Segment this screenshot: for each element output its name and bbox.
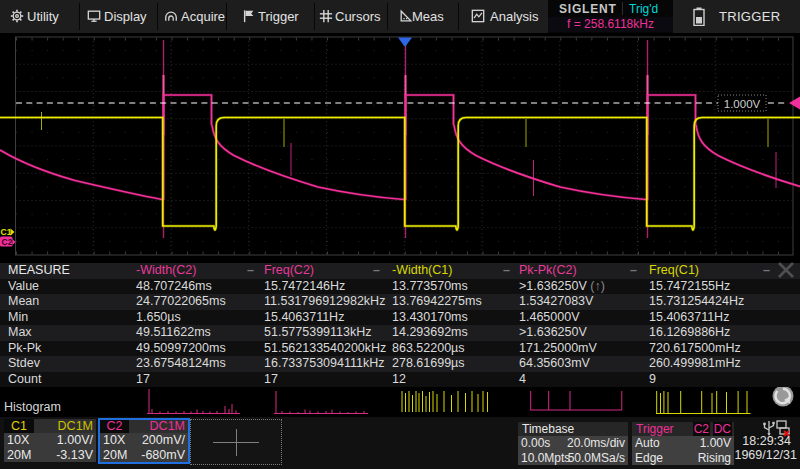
svg-text:C1: C1 [1, 227, 12, 237]
svg-text:C2: C2 [2, 237, 13, 247]
svg-text:1.000V: 1.000V [724, 98, 761, 110]
